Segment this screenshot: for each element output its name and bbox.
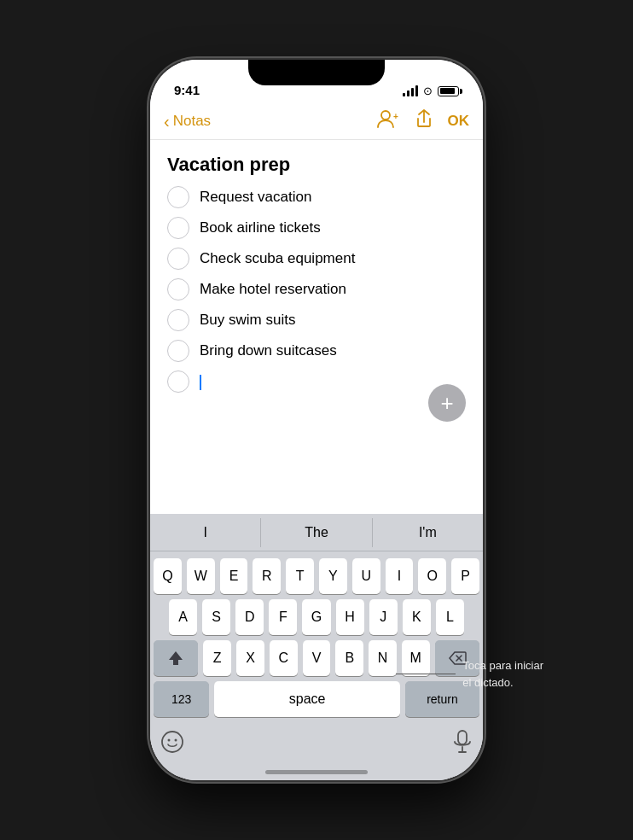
key-f[interactable]: F bbox=[269, 599, 297, 635]
key-w[interactable]: W bbox=[187, 558, 215, 594]
status-time: 9:41 bbox=[174, 83, 200, 97]
svg-point-6 bbox=[168, 739, 171, 742]
key-i[interactable]: I bbox=[386, 558, 414, 594]
key-x[interactable]: X bbox=[236, 640, 264, 676]
keyboard-bottom bbox=[150, 726, 483, 763]
key-b[interactable]: B bbox=[335, 640, 363, 676]
list-item: Book airline tickets bbox=[167, 217, 466, 239]
note-title: Vacation prep bbox=[167, 154, 466, 176]
shift-key[interactable] bbox=[154, 640, 198, 676]
ok-button[interactable]: OK bbox=[448, 113, 470, 130]
key-g[interactable]: G bbox=[302, 599, 330, 635]
key-v[interactable]: V bbox=[303, 640, 331, 676]
checkbox-7[interactable] bbox=[167, 370, 189, 393]
svg-point-0 bbox=[381, 111, 390, 120]
key-n[interactable]: N bbox=[369, 640, 397, 676]
item-text-3: Check scuba equipment bbox=[200, 250, 355, 267]
key-a[interactable]: A bbox=[169, 599, 197, 635]
delete-key[interactable] bbox=[435, 640, 479, 676]
signal-bars bbox=[403, 85, 418, 96]
svg-marker-2 bbox=[169, 651, 183, 665]
key-row-2: A S D F G H J K L bbox=[154, 599, 479, 635]
key-p[interactable]: P bbox=[451, 558, 479, 594]
checkbox-2[interactable] bbox=[167, 217, 189, 239]
back-button[interactable]: ‹ Notas bbox=[164, 113, 211, 130]
key-row-3: Z X C V B N M bbox=[154, 640, 479, 676]
keyboard-area: I The I'm Q W E R T Y U I bbox=[150, 514, 483, 780]
predictive-item-1[interactable]: I bbox=[150, 518, 261, 547]
wifi-icon: ⊙ bbox=[423, 85, 433, 97]
note-section: Vacation prep Request vacation Book airl… bbox=[150, 140, 483, 514]
item-text-6: Bring down suitcases bbox=[200, 342, 337, 359]
item-text-4: Make hotel reservation bbox=[200, 281, 346, 298]
key-k[interactable]: K bbox=[403, 599, 431, 635]
item-text-1: Request vacation bbox=[200, 189, 311, 206]
nav-bar: ‹ Notas + bbox=[150, 102, 483, 140]
key-j[interactable]: J bbox=[369, 599, 398, 635]
share-icon[interactable] bbox=[415, 109, 433, 133]
key-o[interactable]: O bbox=[418, 558, 446, 594]
item-text-5: Buy swim suits bbox=[200, 312, 295, 329]
checkbox-1[interactable] bbox=[167, 186, 189, 208]
note-content[interactable]: Vacation prep Request vacation Book airl… bbox=[150, 140, 483, 439]
back-arrow-icon: ‹ bbox=[164, 113, 170, 130]
list-item: Buy swim suits bbox=[167, 309, 466, 331]
svg-point-7 bbox=[175, 739, 177, 742]
nav-actions: + OK bbox=[376, 109, 470, 133]
home-indicator bbox=[150, 763, 483, 780]
key-u[interactable]: U bbox=[352, 558, 380, 594]
collaborate-icon[interactable]: + bbox=[376, 109, 400, 133]
checkbox-4[interactable] bbox=[167, 278, 189, 300]
item-text-7 bbox=[200, 373, 201, 390]
key-m[interactable]: M bbox=[402, 640, 430, 676]
back-label: Notas bbox=[173, 113, 211, 130]
predictive-item-3[interactable]: I'm bbox=[373, 518, 483, 547]
item-text-2: Book airline tickets bbox=[200, 219, 321, 236]
key-q[interactable]: Q bbox=[154, 558, 182, 594]
key-y[interactable]: Y bbox=[319, 558, 347, 594]
key-row-1: Q W E R T Y U I O P bbox=[154, 558, 479, 594]
list-item bbox=[167, 370, 466, 393]
key-r[interactable]: R bbox=[253, 558, 281, 594]
key-e[interactable]: E bbox=[220, 558, 248, 594]
checkbox-6[interactable] bbox=[167, 340, 189, 362]
battery-icon bbox=[438, 86, 459, 96]
key-d[interactable]: D bbox=[235, 599, 264, 635]
predictive-item-2[interactable]: The bbox=[261, 518, 372, 547]
space-key[interactable]: space bbox=[214, 681, 400, 717]
svg-text:+: + bbox=[393, 112, 398, 121]
key-c[interactable]: C bbox=[270, 640, 298, 676]
svg-point-5 bbox=[162, 732, 183, 752]
emoji-button[interactable] bbox=[160, 730, 184, 759]
key-z[interactable]: Z bbox=[203, 640, 231, 676]
checkbox-3[interactable] bbox=[167, 248, 189, 270]
home-bar bbox=[265, 770, 368, 774]
key-s[interactable]: S bbox=[202, 599, 230, 635]
checkbox-5[interactable] bbox=[167, 309, 189, 331]
list-item: Request vacation bbox=[167, 186, 466, 208]
microphone-button[interactable] bbox=[452, 730, 473, 759]
key-row-4: 123 space return bbox=[154, 681, 479, 717]
key-t[interactable]: T bbox=[286, 558, 314, 594]
status-icons: ⊙ bbox=[403, 85, 459, 97]
numbers-key[interactable]: 123 bbox=[154, 681, 209, 717]
key-l[interactable]: L bbox=[436, 599, 464, 635]
list-item: Make hotel reservation bbox=[167, 278, 466, 300]
return-key[interactable]: return bbox=[405, 681, 479, 717]
list-item: Check scuba equipment bbox=[167, 248, 466, 270]
svg-rect-8 bbox=[458, 731, 467, 744]
keyboard: Q W E R T Y U I O P A S bbox=[150, 551, 483, 726]
add-item-button[interactable]: + bbox=[428, 384, 466, 422]
list-item: Bring down suitcases bbox=[167, 340, 466, 362]
text-cursor bbox=[200, 375, 201, 390]
key-h[interactable]: H bbox=[336, 599, 364, 635]
predictive-bar: I The I'm bbox=[150, 514, 483, 551]
